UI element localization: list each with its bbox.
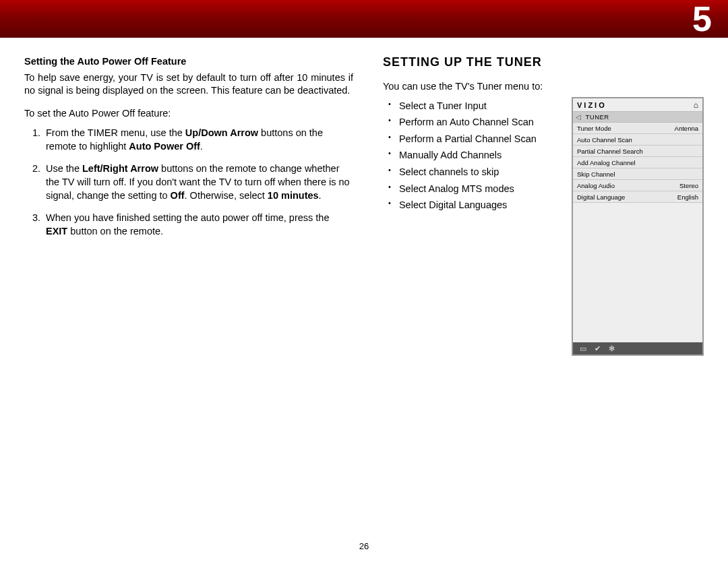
intro-paragraph: To help save energy, your TV is set by d… bbox=[24, 71, 353, 98]
back-icon: ◁ bbox=[576, 113, 582, 121]
v-icon: ✔ bbox=[595, 344, 601, 353]
osd-row: Digital LanguageEnglish bbox=[573, 191, 702, 203]
steps-list: From the TIMER menu, use the Up/Down Arr… bbox=[24, 127, 353, 238]
osd-row-label: Auto Channel Scan bbox=[577, 136, 632, 144]
chapter-number: 5 bbox=[692, 0, 712, 39]
chapter-header: 5 bbox=[0, 0, 728, 38]
osd-menu-tuner: VIZIO ⌂ ◁ TUNER Tuner ModeAntennaAuto Ch… bbox=[572, 97, 704, 356]
gear-icon: ✻ bbox=[609, 344, 615, 353]
osd-row: Skip Channel bbox=[573, 168, 702, 180]
osd-row-value: Stereo bbox=[679, 182, 698, 189]
osd-row: Partial Channel Search bbox=[573, 146, 702, 157]
osd-row-label: Partial Channel Search bbox=[577, 148, 643, 155]
page-body: Setting the Auto Power Off Feature To he… bbox=[0, 38, 728, 247]
tuner-intro: You can use the TV's Tuner menu to: bbox=[383, 80, 704, 94]
osd-footer: ▭ ✔ ✻ bbox=[573, 342, 702, 354]
osd-row-label: Tuner Mode bbox=[577, 125, 611, 132]
step-2: Use the Left/Right Arrow buttons on the … bbox=[43, 162, 353, 202]
osd-title-bar: ◁ TUNER bbox=[573, 112, 702, 123]
osd-row: Auto Channel Scan bbox=[573, 134, 702, 146]
home-icon: ⌂ bbox=[694, 100, 698, 110]
osd-row: Analog AudioStereo bbox=[573, 180, 702, 191]
subhead-auto-power-off: Setting the Auto Power Off Feature bbox=[24, 55, 353, 69]
widescreen-icon: ▭ bbox=[580, 344, 586, 353]
osd-row-value: English bbox=[677, 193, 698, 201]
page-number: 26 bbox=[0, 541, 728, 551]
osd-title-text: TUNER bbox=[586, 113, 609, 121]
right-column: SETTING UP THE TUNER You can use the TV'… bbox=[383, 55, 704, 247]
osd-row-value: Antenna bbox=[675, 125, 698, 132]
osd-header: VIZIO ⌂ bbox=[573, 98, 702, 112]
osd-row-label: Add Analog Channel bbox=[577, 159, 636, 166]
osd-row-label: Digital Language bbox=[577, 193, 625, 201]
section-title-tuner: SETTING UP THE TUNER bbox=[383, 55, 704, 69]
osd-rows: Tuner ModeAntennaAuto Channel ScanPartia… bbox=[573, 123, 702, 342]
osd-row: Tuner ModeAntenna bbox=[573, 123, 702, 134]
osd-row-label: Analog Audio bbox=[577, 182, 615, 189]
lead-in: To set the Auto Power Off feature: bbox=[24, 107, 353, 121]
left-column: Setting the Auto Power Off Feature To he… bbox=[24, 55, 353, 247]
osd-row-label: Skip Channel bbox=[577, 170, 615, 178]
step-1: From the TIMER menu, use the Up/Down Arr… bbox=[43, 127, 353, 153]
osd-row: Add Analog Channel bbox=[573, 157, 702, 168]
step-3: When you have finished setting the auto … bbox=[43, 212, 353, 238]
osd-logo: VIZIO bbox=[577, 101, 607, 109]
